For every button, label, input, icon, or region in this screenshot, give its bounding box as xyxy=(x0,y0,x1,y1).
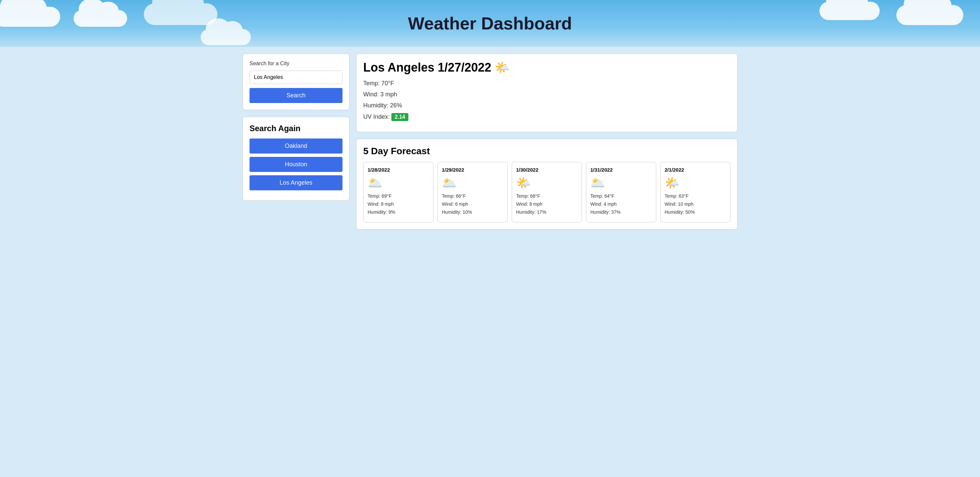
forecast-wind: Wind: 10 mph xyxy=(665,201,726,207)
forecast-date: 1/31/2022 xyxy=(590,167,652,173)
forecast-humidity: Humidity: 50% xyxy=(665,209,726,215)
forecast-temp: Temp: 68°F xyxy=(516,193,578,199)
search-label: Search for a City xyxy=(250,60,342,67)
forecast-day-card: 1/31/2022 🌥️ Temp: 64°F Wind: 4 mph Humi… xyxy=(586,162,656,223)
forecast-humidity: Humidity: 17% xyxy=(516,209,578,215)
cloud-decoration xyxy=(73,10,127,27)
forecast-icon: 🌥️ xyxy=(368,176,429,190)
main-content: Search for a City Search Search Again Oa… xyxy=(223,47,757,236)
search-input[interactable] xyxy=(250,71,342,84)
left-column: Search for a City Search Search Again Oa… xyxy=(242,54,350,229)
cloud-decoration xyxy=(144,3,217,25)
forecast-temp: Temp: 63°F xyxy=(665,193,726,199)
forecast-date: 1/28/2022 xyxy=(368,167,429,173)
forecast-temp: Temp: 69°F xyxy=(368,193,429,199)
forecast-wind: Wind: 8 mph xyxy=(516,201,578,207)
history-button[interactable]: Los Angeles xyxy=(250,175,342,190)
forecast-humidity: Humidity: 10% xyxy=(442,209,503,215)
cloud-decoration xyxy=(896,5,963,25)
right-column: Los Angeles 1/27/2022 🌤️ Temp: 70°F Wind… xyxy=(356,54,738,229)
forecast-icon: 🌤️ xyxy=(665,176,726,190)
cloud-decoration xyxy=(0,7,60,27)
current-humidity: Humidity: 26% xyxy=(363,102,730,109)
forecast-date: 1/30/2022 xyxy=(516,167,578,173)
forecast-icon: 🌥️ xyxy=(442,176,503,190)
app-title: Weather Dashboard xyxy=(408,13,572,33)
current-weather-header: Los Angeles 1/27/2022 🌤️ xyxy=(363,60,730,75)
current-uv: UV Index: 2.14 xyxy=(363,113,730,121)
cloud-decoration xyxy=(819,2,880,20)
current-temp: Temp: 70°F xyxy=(363,80,730,87)
forecast-wind: Wind: 6 mph xyxy=(442,201,503,207)
header: Weather Dashboard xyxy=(0,0,980,47)
forecast-icon: 🌤️ xyxy=(516,176,578,190)
forecast-card: 5 Day Forecast 1/28/2022 🌥️ Temp: 69°F W… xyxy=(356,139,738,229)
current-city-date: Los Angeles 1/27/2022 xyxy=(363,60,492,75)
forecast-temp: Temp: 64°F xyxy=(590,193,652,199)
current-wind: Wind: 3 mph xyxy=(363,91,730,98)
current-weather-icon: 🌤️ xyxy=(495,60,510,75)
search-history-list: OaklandHoustonLos Angeles xyxy=(250,138,342,190)
search-button[interactable]: Search xyxy=(250,88,342,103)
forecast-date: 2/1/2022 xyxy=(665,167,726,173)
search-again-title: Search Again xyxy=(250,124,342,133)
forecast-icon: 🌥️ xyxy=(590,176,652,190)
search-card: Search for a City Search xyxy=(242,54,350,110)
cloud-decoration xyxy=(201,29,251,45)
forecast-day-card: 1/28/2022 🌥️ Temp: 69°F Wind: 8 mph Humi… xyxy=(363,162,433,223)
forecast-humidity: Humidity: 9% xyxy=(368,209,429,215)
forecast-day-card: 2/1/2022 🌤️ Temp: 63°F Wind: 10 mph Humi… xyxy=(660,162,730,223)
history-button[interactable]: Houston xyxy=(250,157,342,172)
forecast-day-card: 1/29/2022 🌥️ Temp: 66°F Wind: 6 mph Humi… xyxy=(438,162,508,223)
uv-badge: 2.14 xyxy=(391,113,408,121)
forecast-temp: Temp: 66°F xyxy=(442,193,503,199)
search-again-card: Search Again OaklandHoustonLos Angeles xyxy=(242,117,350,201)
forecast-title: 5 Day Forecast xyxy=(363,146,730,157)
history-button[interactable]: Oakland xyxy=(250,138,342,154)
forecast-date: 1/29/2022 xyxy=(442,167,503,173)
forecast-day-card: 1/30/2022 🌤️ Temp: 68°F Wind: 8 mph Humi… xyxy=(512,162,582,223)
forecast-humidity: Humidity: 37% xyxy=(590,209,652,215)
forecast-grid: 1/28/2022 🌥️ Temp: 69°F Wind: 8 mph Humi… xyxy=(363,162,730,223)
forecast-wind: Wind: 4 mph xyxy=(590,201,652,207)
current-weather-card: Los Angeles 1/27/2022 🌤️ Temp: 70°F Wind… xyxy=(356,54,738,132)
forecast-wind: Wind: 8 mph xyxy=(368,201,429,207)
